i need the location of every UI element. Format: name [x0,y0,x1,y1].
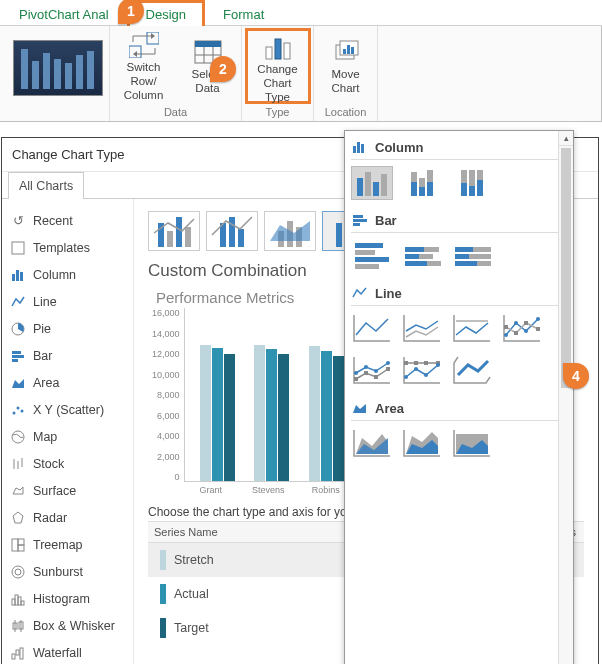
dd-line[interactable] [351,312,393,346]
change-chart-type-dialog: Change Chart Type ✕ All Charts ↺Recent T… [1,137,599,664]
category-column[interactable]: Column [2,261,133,288]
category-box-whisker[interactable]: Box & Whisker [2,612,133,639]
svg-rect-16 [12,274,15,281]
svg-rect-78 [414,361,418,365]
dd-area[interactable] [351,427,393,461]
category-area[interactable]: Area [2,369,133,396]
dd-100-stacked-bar[interactable] [451,239,493,273]
svg-rect-14 [351,47,354,54]
svg-rect-20 [12,351,21,354]
dd-stacked-line-markers[interactable] [351,354,393,388]
scroll-track[interactable] [559,146,573,664]
svg-rect-48 [20,648,23,659]
svg-rect-56 [357,142,360,153]
svg-point-25 [17,406,20,409]
svg-rect-75 [374,375,378,379]
svg-rect-9 [284,43,290,59]
svg-point-69 [354,371,358,375]
category-waterfall[interactable]: Waterfall [2,639,133,664]
category-pie[interactable]: Pie [2,315,133,342]
group-label-type: Type [266,106,290,121]
dd-stacked-line[interactable] [401,312,443,346]
series-swatch-actual [160,584,166,604]
dd-line-markers[interactable] [501,312,543,346]
svg-point-71 [374,369,378,373]
column-chart-icon [263,35,293,61]
group-label-data: Data [164,106,187,121]
category-radar[interactable]: Radar [2,504,133,531]
bar-icon [351,212,369,228]
dd-100-stacked-column[interactable] [451,166,493,200]
svg-point-26 [21,409,24,412]
svg-rect-46 [12,654,15,659]
series-swatch-stretch [160,550,166,570]
svg-rect-77 [404,361,408,365]
surface-icon [10,483,26,499]
category-recent[interactable]: ↺Recent [2,207,133,234]
category-templates[interactable]: Templates [2,234,133,261]
svg-rect-76 [386,367,390,371]
svg-point-84 [436,363,440,367]
svg-rect-55 [353,146,356,153]
svg-point-70 [364,365,368,369]
dd-3d-line[interactable] [451,354,493,388]
templates-icon [10,240,26,256]
tab-all-charts[interactable]: All Charts [8,172,84,199]
dd-100-stacked-area[interactable] [451,427,493,461]
scroll-up-icon[interactable]: ▴ [559,131,573,146]
dd-stacked-area[interactable] [401,427,443,461]
recent-icon: ↺ [10,213,26,229]
change-chart-type-button[interactable]: Change Chart Type [245,28,311,104]
category-sunburst[interactable]: Sunburst [2,558,133,585]
svg-rect-41 [21,601,24,605]
svg-rect-58 [353,215,363,218]
combo-subtype-2[interactable] [206,211,258,251]
svg-point-37 [15,569,21,575]
svg-rect-68 [536,327,540,331]
category-scatter[interactable]: X Y (Scatter) [2,396,133,423]
scroll-thumb[interactable] [561,148,571,388]
dropdown-cat-area: Area [351,396,571,418]
y-axis: 16,00014,00012,00010,0008,0006,0004,0002… [152,308,184,482]
box-whisker-icon [10,618,26,634]
move-chart-label: Move Chart [331,68,359,96]
svg-marker-85 [353,404,366,413]
svg-point-62 [514,321,518,325]
svg-rect-18 [20,272,23,281]
dropdown-cat-bar: Bar [351,208,571,230]
dd-100-stacked-line-markers[interactable] [401,354,443,388]
dd-stacked-column[interactable] [401,166,443,200]
category-surface[interactable]: Surface [2,477,133,504]
combo-subtype-3[interactable] [264,211,316,251]
svg-marker-23 [12,379,24,388]
dd-clustered-bar[interactable] [351,239,393,273]
category-bar[interactable]: Bar [2,342,133,369]
tab-format[interactable]: Format [205,1,282,28]
switch-row-column-button[interactable]: Switch Row/ Column [112,27,176,104]
header-series-name: Series Name [148,526,348,538]
svg-rect-13 [347,45,350,54]
category-line[interactable]: Line [2,288,133,315]
step-badge-2: 2 [210,56,236,82]
group-label-location: Location [325,106,367,121]
category-treemap[interactable]: Treemap [2,531,133,558]
category-histogram[interactable]: Histogram [2,585,133,612]
dropdown-cat-line: Line [351,281,571,303]
chart-category-list[interactable]: ↺Recent Templates Column Line Pie Bar Ar… [2,199,134,664]
dd-stacked-bar[interactable] [401,239,443,273]
category-map[interactable]: Map [2,423,133,450]
svg-rect-74 [364,371,368,375]
dd-100-stacked-line[interactable] [451,312,493,346]
chart-styles-gallery[interactable] [7,26,103,106]
ribbon-tabs: PivotChart Anal Design Format 1 [0,0,602,26]
line-icon [10,294,26,310]
tab-pivotchart-analyze[interactable]: PivotChart Anal [1,1,127,28]
dropdown-cat-column: Column [351,135,571,157]
dropdown-scrollbar[interactable]: ▴ ▾ [558,131,573,664]
svg-point-64 [536,317,540,321]
series-swatch-target [160,618,166,638]
dd-clustered-column[interactable] [351,166,393,200]
combo-subtype-1[interactable] [148,211,200,251]
move-chart-button[interactable]: Move Chart [314,34,378,98]
category-stock[interactable]: Stock [2,450,133,477]
